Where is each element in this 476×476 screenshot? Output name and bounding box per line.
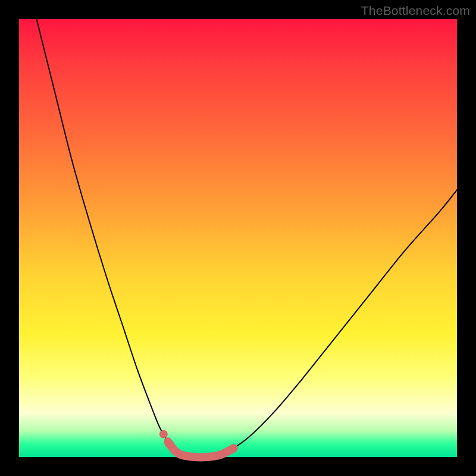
curve-layer bbox=[19, 19, 457, 457]
right-curve bbox=[221, 190, 457, 455]
plot-area bbox=[19, 19, 457, 457]
chart-frame: TheBottleneck.com bbox=[0, 0, 476, 476]
watermark-text: TheBottleneck.com bbox=[361, 4, 470, 18]
optimal-zone-dot bbox=[159, 430, 168, 439]
left-curve bbox=[36, 19, 181, 455]
optimal-zone-highlight bbox=[168, 441, 233, 457]
optimal-zone-dot bbox=[165, 440, 173, 448]
